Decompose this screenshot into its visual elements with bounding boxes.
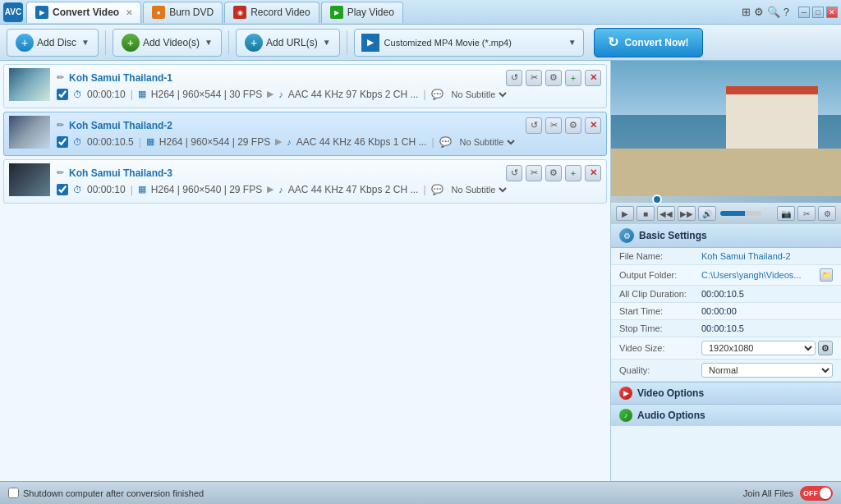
crop-button[interactable]: ✂ — [797, 206, 816, 221]
tab-convert[interactable]: ▶ Convert Video ✕ — [26, 2, 141, 23]
format-selector[interactable]: ▶ Customized MP4 Movie (*.mp4) ▼ — [354, 29, 584, 57]
pipe-2b: | — [431, 136, 434, 148]
remove-btn-2[interactable]: ✕ — [585, 117, 601, 134]
output-folder-label: Output Folder: — [619, 270, 701, 280]
prev-frame-button[interactable]: ◀◀ — [657, 206, 675, 221]
video-options-label: Video Options — [637, 387, 704, 399]
add-disc-button[interactable]: + Add Disc ▼ — [7, 29, 99, 57]
audio-icon-3: ♪ — [278, 185, 283, 195]
file-title-2: ✏ Koh Samui Thailand-2 ↺ ✂ ⚙ ✕ — [57, 117, 601, 134]
filename-label: File Name: — [619, 251, 701, 261]
file-title-3: ✏ Koh Samui Thailand-3 ↺ ✂ ⚙ + ✕ — [57, 165, 601, 181]
add-btn-1[interactable]: + — [565, 70, 581, 86]
sync-btn-3[interactable]: ↺ — [506, 165, 522, 181]
pipe-2a: | — [139, 136, 141, 148]
convert-tab-icon: ▶ — [35, 6, 48, 19]
setting-start-time: Start Time: 00:00:00 — [611, 303, 841, 320]
arrow-right-1: ▶ — [267, 89, 273, 99]
add-url-button[interactable]: + Add URL(s) ▼ — [236, 29, 340, 57]
volume-slider[interactable] — [720, 211, 761, 216]
file-codec-3: H264 | 960×540 | 29 FPS — [151, 184, 262, 195]
file-item-3-header: ✏ Koh Samui Thailand-3 ↺ ✂ ⚙ + ✕ ⏱ — [9, 163, 601, 196]
video-size-gear[interactable]: ⚙ — [818, 341, 833, 355]
toggle-knob — [820, 488, 831, 499]
join-toggle[interactable]: OFF — [800, 486, 833, 501]
help-icon[interactable]: ? — [784, 6, 789, 18]
cut-btn-3[interactable]: ✂ — [526, 165, 542, 181]
file-checkbox-1[interactable] — [57, 89, 68, 100]
video-icon-1: ▦ — [138, 89, 146, 99]
edit-icon-2[interactable]: ✏ — [57, 120, 64, 131]
tab-play[interactable]: ▶ Play Video — [321, 2, 403, 23]
file-item-1: ✏ Koh Samui Thailand-1 ↺ ✂ ⚙ + ✕ ⏱ — [3, 64, 607, 108]
remove-btn-1[interactable]: ✕ — [585, 70, 601, 86]
volume-button[interactable]: 🔊 — [698, 206, 716, 221]
subtitle-select-1[interactable]: No Subtitle — [448, 89, 509, 100]
settings-btn-3[interactable]: ⚙ — [545, 165, 562, 181]
edit-icon-1[interactable]: ✏ — [57, 72, 64, 83]
settings-btn-1[interactable]: ⚙ — [545, 70, 562, 86]
settings-btn-2[interactable]: ⚙ — [565, 117, 581, 134]
file-info-3: ✏ Koh Samui Thailand-3 ↺ ✂ ⚙ + ✕ ⏱ — [57, 165, 601, 195]
sync-btn-1[interactable]: ↺ — [506, 70, 522, 86]
convert-now-button[interactable]: ↻ Convert Now! — [594, 28, 703, 57]
close-button[interactable]: ✕ — [826, 7, 838, 18]
audio-icon-1: ♪ — [278, 89, 283, 99]
file-list: ✏ Koh Samui Thailand-1 ↺ ✂ ⚙ + ✕ ⏱ — [0, 61, 611, 481]
effect-button[interactable]: ⚙ — [818, 206, 836, 221]
file-title-1: ✏ Koh Samui Thailand-1 ↺ ✂ ⚙ + ✕ — [57, 70, 601, 86]
subtitle-select-3[interactable]: No Subtitle — [448, 184, 509, 195]
snapshot-button[interactable]: 📷 — [777, 206, 795, 221]
edit-icon-3[interactable]: ✏ — [57, 167, 64, 178]
quality-select[interactable]: Normal High Low — [701, 363, 833, 378]
setting-output-folder: Output Folder: C:\Users\yangh\Videos... … — [611, 265, 841, 286]
shutdown-checkbox[interactable] — [8, 488, 19, 498]
subtitle-icon-3: 💬 — [431, 184, 443, 195]
setting-stop-time: Stop Time: 00:00:10.5 — [611, 320, 841, 337]
grid-icon[interactable]: ⊞ — [742, 6, 751, 18]
scene-building — [726, 88, 818, 156]
file-checkbox-3[interactable] — [57, 184, 68, 195]
file-audio-2: AAC 44 KHz 46 Kbps 1 CH ... — [296, 136, 427, 148]
sync-btn-2[interactable]: ↺ — [526, 117, 542, 134]
tab-burn-label: Burn DVD — [169, 7, 214, 18]
file-details-3: ⏱ 00:00:10 | ▦ H264 | 960×540 | 29 FPS ▶… — [57, 184, 601, 195]
duration-label: All Clip Duration: — [619, 289, 701, 299]
start-time-label: Start Time: — [619, 306, 701, 316]
subtitle-select-2[interactable]: No Subtitle — [457, 136, 517, 148]
tab-play-label: Play Video — [347, 7, 394, 18]
stop-time-value: 00:00:10.5 — [701, 323, 833, 333]
audio-options-header[interactable]: ♪ Audio Options — [611, 404, 841, 426]
play-button[interactable]: ▶ — [616, 206, 634, 221]
video-options-header[interactable]: ▶ Video Options — [611, 382, 841, 404]
file-item-2-header: ✏ Koh Samui Thailand-2 ↺ ✂ ⚙ ✕ ⏱ 00:00:1… — [9, 116, 601, 149]
clock-icon-1: ⏱ — [73, 89, 82, 99]
browse-folder-button[interactable]: 📁 — [820, 268, 833, 282]
play-tab-icon: ▶ — [330, 6, 343, 19]
add-btn-3[interactable]: + — [565, 165, 581, 181]
file-checkbox-2[interactable] — [57, 136, 68, 148]
add-video-arrow: ▼ — [205, 38, 213, 47]
add-video-button[interactable]: + Add Video(s) ▼ — [113, 29, 222, 57]
format-dropdown-arrow: ▼ — [568, 38, 577, 47]
gear-icon[interactable]: ⚙ — [754, 6, 764, 18]
convert-now-icon: ↻ — [608, 34, 618, 50]
remove-btn-3[interactable]: ✕ — [585, 165, 601, 181]
tab-record[interactable]: ◉ Record Video — [224, 2, 319, 23]
search-icon[interactable]: 🔍 — [767, 6, 780, 18]
next-frame-button[interactable]: ▶▶ — [678, 206, 696, 221]
preview-progress-bar[interactable] — [611, 196, 841, 203]
settings-header: ⚙ Basic Settings — [611, 224, 841, 248]
pipe-3a: | — [131, 184, 133, 195]
output-folder-value: C:\Users\yangh\Videos... — [701, 270, 817, 280]
maximize-button[interactable]: □ — [812, 7, 824, 18]
minimize-button[interactable]: ─ — [798, 7, 810, 18]
setting-filename: File Name: Koh Samui Thailand-2 — [611, 248, 841, 265]
tab-burn[interactable]: ● Burn DVD — [143, 2, 223, 23]
stop-time-label: Stop Time: — [619, 323, 701, 333]
video-size-select[interactable]: 1920x1080 1280x720 960x540 — [701, 341, 816, 355]
playback-controls: ▶ ■ ◀◀ ▶▶ 🔊 📷 ✂ ⚙ — [611, 203, 841, 224]
cut-btn-2[interactable]: ✂ — [545, 117, 562, 134]
stop-button[interactable]: ■ — [636, 206, 655, 221]
cut-btn-1[interactable]: ✂ — [526, 70, 542, 86]
